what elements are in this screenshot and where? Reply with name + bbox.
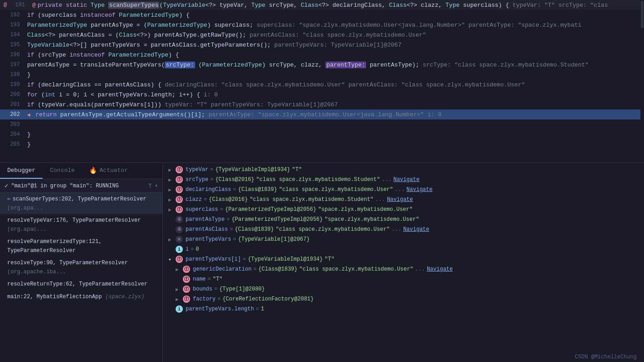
code-line: 199 if (declaringClass == parentAsClass)… [0, 80, 644, 90]
frame-main: resolveParameterizedType:121, TypeParame… [7, 238, 102, 254]
var-name: clazz [186, 196, 202, 203]
expand-arrow-icon[interactable]: ▶ [176, 296, 181, 302]
code-line: 198 } [0, 70, 644, 80]
bottom-panel: DebuggerConsole🔥Actuator ✓ "main"@1 in g… [0, 163, 644, 362]
code-line: 196 if (srcType instanceof Parameterized… [0, 50, 644, 60]
line-number: 201 [4, 101, 20, 108]
tab-console[interactable]: Console [43, 163, 82, 179]
code-line: 200 for (int i = 0; i < parentTypeVars.l… [0, 90, 644, 100]
expand-arrow-icon[interactable]: ▶ [168, 187, 174, 193]
expand-arrow-icon[interactable]: ▶ [168, 207, 174, 213]
expand-arrow-icon[interactable]: ▶ [168, 197, 174, 203]
stack-frame[interactable]: resolveReturnType:62, TypeParameterResol… [0, 278, 162, 291]
expand-arrow-icon[interactable]: ▶ [168, 167, 174, 173]
var-name: superclass [186, 206, 218, 213]
var-value: "T" [213, 276, 223, 282]
expand-arrow-icon[interactable]: ▶ [168, 177, 174, 183]
stack-frame[interactable]: resolveType:90, TypeParameterResolver (o… [0, 257, 162, 278]
stack-frame[interactable]: ⇐scanSuperTypes:202, TypeParameterResolv… [0, 193, 162, 214]
var-equals: = [220, 206, 223, 213]
expand-arrow-icon[interactable]: ▶ [176, 286, 181, 292]
variable-row[interactable]: ▶ⓕbounds={Type[1]@2080} [163, 284, 644, 294]
var-equals: = [233, 186, 236, 193]
panel-tabs: DebuggerConsole🔥Actuator [0, 163, 162, 179]
code-line: 192 if (superclass instanceof Parameteri… [0, 10, 644, 20]
stack-frame[interactable]: resolveTypeVar:176, TypeParameterResolve… [0, 214, 162, 235]
var-equals: = [217, 296, 220, 302]
line-number: 191 [9, 2, 25, 8]
editor-scrollbar[interactable] [640, 0, 644, 163]
var-name: typeVar [186, 167, 208, 173]
stack-frame[interactable]: main:22, MybatisReflectionApp (space.zly… [0, 291, 162, 303]
variable-row[interactable]: ≡parentAsClass={Class@1839}"class space.… [163, 224, 644, 234]
filter-icon[interactable]: ⊤ [148, 182, 152, 190]
variable-row[interactable]: ▶ⓕfactory={CoreReflectionFactory@2081} [163, 294, 644, 304]
code-line: 197 parentAsType = translateParentTypeVa… [0, 60, 644, 70]
tab-actuator[interactable]: 🔥Actuator [82, 163, 135, 179]
fire-icon: 🔥 [89, 167, 97, 174]
var-dots: ... [415, 266, 425, 272]
variable-row[interactable]: ▶≡parentTypeVars={TypeVariable[1]@2067} [163, 234, 644, 244]
var-value: 1 [261, 306, 264, 312]
code-line: 202◀ return parentAsType.getActualTypeAr… [0, 110, 644, 119]
variable-row[interactable]: ▶ⓕsrcType={Class@2016}"class space.zlyx.… [163, 175, 644, 185]
code-content: if (declaringClass == parentAsClass) { d… [27, 81, 640, 88]
var-name: name [193, 276, 206, 282]
variable-row[interactable]: ▶ⓕsuperclass={ParameterizedTypeImpl@2056… [163, 205, 644, 214]
variable-row[interactable]: iparentTypeVars.length=1 [163, 304, 644, 314]
variable-row[interactable]: ▶ⓕgenericDeclaration={Class@1839}"class … [163, 264, 644, 274]
variable-row[interactable]: ≡parentAsType={ParameterizedTypeImpl@205… [163, 214, 644, 224]
variable-row[interactable]: ▶ⓕtypeVar={TypeVariableImpl@1934}"T" [163, 165, 644, 175]
code-line: 201 if (typeVar.equals(parentTypeVars[i]… [0, 100, 644, 110]
var-name: parentAsClass [186, 226, 228, 233]
expand-arrow-icon[interactable]: ▶ [176, 267, 181, 272]
code-content: ParameterizedType parentAsType = (Parame… [27, 22, 640, 29]
code-content: } [27, 131, 640, 138]
frame-org: (space.zlyx) [105, 294, 144, 300]
frame-main: scanSuperTypes:202, TypeParameterResolve… [13, 196, 146, 202]
var-type-value: {Class@1839} [258, 266, 297, 272]
var-type-icon: ⓕ [176, 196, 183, 203]
var-type-icon: ⓕ [183, 266, 190, 273]
var-equals: = [230, 226, 233, 233]
variable-row[interactable]: ii=0 [163, 244, 644, 254]
debugger-left-panel: DebuggerConsole🔥Actuator ✓ "main"@1 in g… [0, 163, 163, 362]
variable-row[interactable]: ⓕname="T" [163, 274, 644, 284]
var-type-value: {Class@1839} [238, 186, 277, 193]
var-name: i [186, 246, 189, 252]
var-name: parentTypeVars.length [186, 306, 254, 312]
variable-row[interactable]: ▶ⓕdeclaringClass={Class@1839}"class spac… [163, 185, 644, 195]
var-type-value: {ParameterizedTypeImpl@2056} [232, 216, 323, 223]
variable-row[interactable]: ▾ⓕparentTypeVars[i]={TypeVariableImpl@19… [163, 254, 644, 264]
var-navigate-link[interactable]: Navigate [427, 266, 453, 272]
code-content: } [27, 141, 640, 148]
var-dots: ... [375, 196, 385, 203]
variable-row[interactable]: ▶ⓕclazz={Class@2016}"class space.zlyx.my… [163, 195, 644, 205]
var-navigate-link[interactable]: Navigate [406, 186, 433, 193]
expand-arrow-icon[interactable]: ▾ [168, 257, 174, 262]
return-arrow-icon: ⇐ [7, 195, 11, 202]
var-type-value: {TypeVariable[1]@2067} [238, 236, 310, 243]
tab-debugger[interactable]: Debugger [0, 163, 43, 179]
code-content: for (int i = 0; i < parentTypeVars.lengt… [27, 91, 640, 98]
dropdown-icon[interactable]: ▾ [155, 182, 158, 189]
var-name: declaringClass [186, 186, 231, 193]
expand-arrow-icon[interactable]: ▶ [168, 237, 174, 243]
line-number: 194 [4, 32, 20, 38]
var-type-value: {TypeVariableImpl@1934} [215, 167, 291, 173]
var-type-value: {CoreReflectionFactory@2081} [223, 296, 314, 302]
var-type-icon: ⓕ [176, 186, 183, 193]
frame-org: (org.apa... [7, 205, 43, 211]
var-navigate-link[interactable]: Navigate [393, 176, 420, 183]
code-line: 204 } [0, 129, 644, 139]
var-type-icon: ≡ [176, 236, 183, 243]
var-type-icon: ⓕ [183, 276, 190, 283]
code-line: 193 ParameterizedType parentAsType = (Pa… [0, 20, 644, 30]
frame-org: (org.apac... [7, 226, 46, 233]
line-number: 205 [4, 141, 20, 148]
var-navigate-link[interactable]: Navigate [403, 226, 429, 233]
var-navigate-link[interactable]: Navigate [387, 196, 413, 203]
var-value: "class space.zlyx.mybatisdemo.User" [279, 186, 393, 193]
stack-frame[interactable]: resolveParameterizedType:121, TypeParame… [0, 235, 162, 257]
line-number: 196 [4, 52, 20, 58]
